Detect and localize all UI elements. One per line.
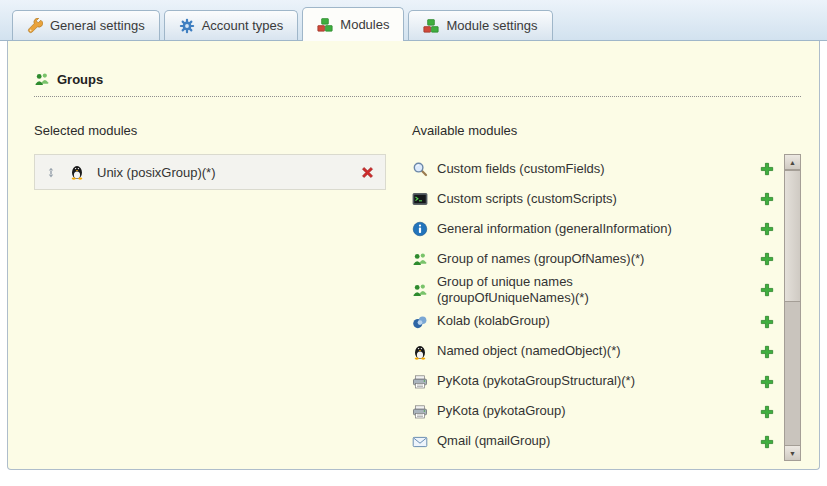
info-icon [412, 221, 428, 237]
available-module-row: Custom fields (customFields) [412, 154, 784, 184]
add-module-button[interactable] [760, 435, 774, 449]
script-icon [412, 191, 428, 207]
tux-icon [412, 344, 428, 360]
tux-icon [69, 164, 85, 180]
add-module-button[interactable] [760, 315, 774, 329]
scrollbar-track[interactable] [785, 170, 800, 445]
add-module-button[interactable] [760, 345, 774, 359]
tab-label: General settings [50, 18, 145, 33]
module-label: Group of unique names (groupOfUniqueName… [437, 274, 699, 307]
section-title: Groups [57, 72, 103, 87]
module-label: Group of names (groupOfNames)(*) [437, 251, 644, 267]
remove-module-button[interactable] [360, 165, 375, 180]
add-module-button[interactable] [760, 222, 774, 236]
available-module-row: Named object (namedObject)(*) [412, 337, 784, 367]
available-module-row: PyKota (pykotaGroup) [412, 397, 784, 427]
scroll-up-button[interactable]: ▲ [785, 155, 800, 170]
content-panel: Groups Selected modules Unix (posixGroup… [7, 41, 820, 470]
available-module-row: Group of unique names (groupOfUniqueName… [412, 274, 784, 307]
module-label: General information (generalInformation) [437, 221, 672, 237]
add-module-button[interactable] [760, 192, 774, 206]
scroll-down-button[interactable]: ▼ [785, 445, 800, 460]
group-icon [412, 282, 428, 298]
module-label: Qmail (qmailGroup) [437, 433, 550, 449]
tab-general-settings[interactable]: General settings [12, 10, 160, 40]
kolab-icon [412, 314, 428, 330]
module-label: Custom fields (customFields) [437, 161, 605, 177]
modules-icon [423, 18, 439, 34]
mail-icon [412, 434, 428, 450]
module-label: Unix (posixGroup)(*) [97, 165, 348, 180]
section-header: Groups [34, 71, 801, 97]
available-module-row: Qmail (qmailGroup) [412, 427, 784, 457]
selected-module-row: Unix (posixGroup)(*) [34, 154, 386, 190]
available-module-row: Group of names (groupOfNames)(*) [412, 244, 784, 274]
module-label: Kolab (kolabGroup) [437, 313, 550, 329]
available-module-row: PyKota (pykotaGroupStructural)(*) [412, 367, 784, 397]
available-module-row: General information (generalInformation) [412, 214, 784, 244]
tab-module-settings[interactable]: Module settings [408, 10, 552, 40]
wrench-icon [27, 18, 43, 34]
tab-label: Account types [202, 18, 284, 33]
selected-modules-section: Selected modules Unix (posixGroup)(*) [34, 123, 386, 461]
printer-icon [412, 374, 428, 390]
add-module-button[interactable] [760, 405, 774, 419]
module-label: Named object (namedObject)(*) [437, 343, 621, 359]
selected-modules-list: Unix (posixGroup)(*) [34, 154, 386, 190]
selected-modules-heading: Selected modules [34, 123, 386, 138]
group-icon [412, 251, 428, 267]
tab-modules[interactable]: Modules [302, 7, 404, 41]
add-module-button[interactable] [760, 283, 774, 297]
magnifier-icon [412, 161, 428, 177]
module-label: PyKota (pykotaGroupStructural)(*) [437, 373, 635, 389]
scrollbar-thumb[interactable] [785, 170, 800, 302]
tab-account-types[interactable]: Account types [164, 10, 299, 40]
tab-label: Module settings [446, 18, 537, 33]
printer-icon [412, 404, 428, 420]
tab-bar: General settings Account types Modules M… [0, 0, 827, 41]
available-modules-heading: Available modules [412, 123, 801, 138]
group-icon [34, 71, 50, 87]
module-label: PyKota (pykotaGroup) [437, 403, 566, 419]
module-label: Custom scripts (customScripts) [437, 191, 617, 207]
drag-handle[interactable] [45, 166, 57, 179]
modules-icon [317, 17, 333, 33]
add-module-button[interactable] [760, 252, 774, 266]
add-module-button[interactable] [760, 162, 774, 176]
tab-label: Modules [340, 17, 389, 32]
gear-icon [179, 18, 195, 34]
modules-columns: Selected modules Unix (posixGroup)(*) Av… [34, 123, 801, 461]
available-module-row: Custom scripts (customScripts) [412, 184, 784, 214]
available-modules-section: Available modules Custom fields (customF… [412, 123, 801, 461]
available-modules-list: Custom fields (customFields) Custom scri… [412, 154, 784, 457]
scrollbar[interactable]: ▲ ▼ [784, 154, 801, 461]
available-modules-body: Custom fields (customFields) Custom scri… [412, 154, 801, 461]
available-module-row: Kolab (kolabGroup) [412, 307, 784, 337]
add-module-button[interactable] [760, 375, 774, 389]
